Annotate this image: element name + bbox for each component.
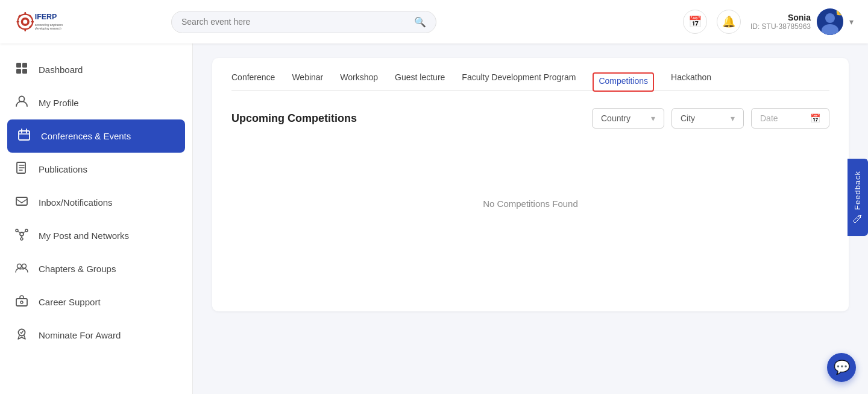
tab-faculty-development[interactable]: Faculty Development Program [462,72,576,91]
sidebar-item-label: My Profile [39,98,79,108]
sidebar-item-inbox[interactable]: Inbox/Notifications [0,186,192,219]
svg-rect-6 [31,21,34,23]
svg-rect-17 [16,63,21,68]
sidebar-item-label: Inbox/Notifications [39,197,113,208]
sidebar-item-label: My Post and Networks [39,230,129,241]
svg-point-15 [825,13,835,23]
city-label: City [681,113,695,123]
feedback-button[interactable]: 🖊 Feedback [848,158,868,235]
user-menu[interactable]: Sonia ID: STU-38785963 👑 ▾ [750,8,854,35]
tab-hackathon[interactable]: Hackathon [671,72,711,91]
profile-icon [14,95,29,111]
search-input[interactable] [181,17,409,27]
sidebar-item-publications[interactable]: Publications [0,153,192,186]
chevron-down-icon: ▾ [849,17,854,27]
sidebar-item-nominate-award[interactable]: Nominate For Award [0,319,192,352]
search-bar[interactable]: 🔍 [171,11,436,33]
svg-rect-3 [24,12,26,14]
tabs-bar: Conference Webinar Workshop Guest lectur… [231,72,829,91]
svg-point-27 [25,229,28,232]
feedback-label: Feedback [854,170,863,209]
chevron-down-icon: ▾ [651,113,655,123]
empty-state: No Competitions Found [231,143,829,264]
user-id: ID: STU-38785963 [750,22,811,31]
search-icon: 🔍 [414,16,426,28]
main-content: Conference Webinar Workshop Guest lectur… [193,43,868,394]
svg-rect-31 [16,299,27,306]
sidebar-item-label: Conferences & Events [41,131,131,141]
sidebar-item-career-support[interactable]: Career Support [0,285,192,319]
avatar: 👑 [817,8,843,35]
sidebar-item-label: Dashboard [39,65,83,75]
inbox-icon [14,194,29,211]
svg-point-2 [23,19,27,24]
calendar-icon-button[interactable]: 📅 [683,10,707,34]
chevron-down-icon: ▾ [731,113,735,123]
section-header: Upcoming Competitions Country ▾ City ▾ D… [231,108,829,129]
layout: Dashboard My Profile Conferences & Ev [0,43,868,394]
svg-text:connecting engineers...: connecting engineers... [35,24,63,27]
empty-message: No Competitions Found [483,199,578,209]
svg-point-30 [22,264,27,268]
svg-text:IFERP: IFERP [35,13,57,21]
bell-icon: 🔔 [722,15,735,28]
header: IFERP connecting engineers... developing… [0,0,868,43]
svg-point-29 [17,264,22,268]
sidebar-item-chapters-groups[interactable]: Chapters & Groups [0,252,192,285]
date-label: Date [760,113,778,123]
sidebar-item-label: Nominate For Award [39,330,121,340]
date-filter[interactable]: Date 📅 [751,108,829,129]
sidebar-item-my-profile[interactable]: My Profile [0,86,192,119]
logo: IFERP connecting engineers... developing… [14,7,63,36]
tab-guest-lecture[interactable]: Guest lecture [395,72,445,91]
country-label: Country [601,113,631,123]
section-title: Upcoming Competitions [231,112,357,125]
svg-rect-5 [17,21,19,23]
crown-icon: 👑 [835,8,843,16]
svg-rect-18 [22,63,27,68]
sidebar: Dashboard My Profile Conferences & Ev [0,43,193,394]
svg-text:developing research: developing research [35,27,61,30]
calendar-icon: 📅 [688,15,702,28]
conferences-icon [17,128,31,144]
feedback-icon: 🖊 [852,214,863,224]
tab-competitions[interactable]: Competitions [593,72,654,92]
tab-webinar[interactable]: Webinar [292,72,323,91]
svg-rect-22 [19,131,30,140]
tab-workshop[interactable]: Workshop [340,72,378,91]
sidebar-item-my-post-networks[interactable]: My Post and Networks [0,219,192,252]
svg-rect-19 [16,69,21,74]
tab-conference[interactable]: Conference [231,72,275,91]
svg-point-26 [16,229,18,232]
content-card: Conference Webinar Workshop Guest lectur… [212,58,849,311]
sidebar-item-label: Publications [39,164,87,174]
svg-rect-24 [16,197,27,205]
svg-rect-4 [24,29,26,31]
sidebar-item-label: Career Support [39,297,101,307]
filters: Country ▾ City ▾ Date 📅 [592,108,829,129]
header-icons: 📅 🔔 Sonia ID: STU-38785963 👑 ▾ [683,8,854,35]
award-icon [14,327,29,343]
chat-bubble-button[interactable]: 💬 [827,353,856,382]
chapters-icon [14,261,29,277]
dashboard-icon [14,62,29,78]
career-icon [14,294,29,310]
publications-icon [14,161,29,177]
sidebar-item-conferences-events[interactable]: Conferences & Events [7,119,185,153]
user-name: Sonia [750,13,811,22]
sidebar-item-dashboard[interactable]: Dashboard [0,53,192,86]
chat-icon: 💬 [834,360,850,375]
networks-icon [14,227,29,244]
notification-icon-button[interactable]: 🔔 [717,10,741,34]
user-info-text: Sonia ID: STU-38785963 [750,13,811,31]
logo-area: IFERP connecting engineers... developing… [14,7,159,36]
svg-point-28 [20,238,23,240]
svg-point-32 [20,301,23,303]
country-filter[interactable]: Country ▾ [592,108,664,129]
calendar-icon: 📅 [810,113,820,123]
svg-rect-20 [22,69,27,74]
city-filter[interactable]: City ▾ [671,108,744,129]
sidebar-item-label: Chapters & Groups [39,264,116,274]
